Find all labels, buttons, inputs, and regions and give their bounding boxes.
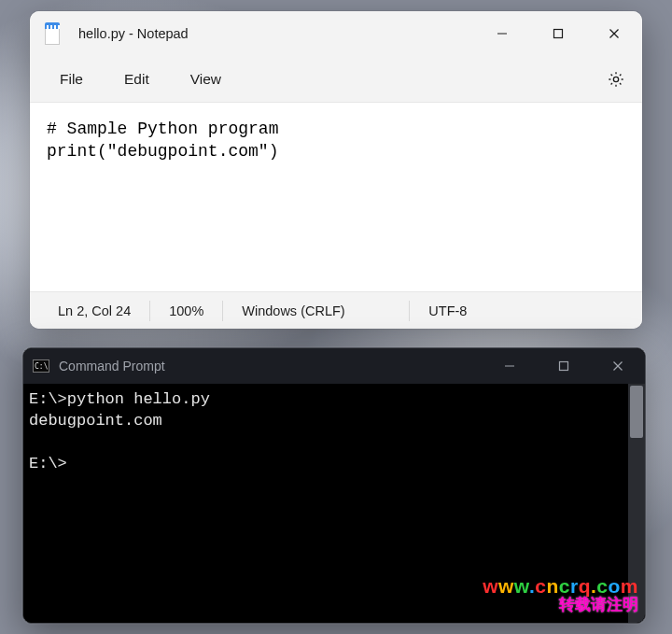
gear-icon bbox=[607, 70, 625, 89]
command-prompt-app-icon: C:\ bbox=[33, 359, 49, 373]
notepad-window: hello.py - Notepad File Edit View # Samp… bbox=[30, 11, 642, 329]
menu-file[interactable]: File bbox=[39, 65, 104, 93]
window-controls bbox=[483, 348, 645, 384]
status-position: Ln 2, Col 24 bbox=[30, 301, 150, 321]
menu-view[interactable]: View bbox=[170, 65, 242, 93]
command-prompt-output[interactable]: E:\>python hello.py debugpoint.com E:\> bbox=[23, 384, 645, 623]
command-prompt-scrollbar[interactable] bbox=[628, 384, 645, 624]
notepad-editor[interactable]: # Sample Python program print("debugpoin… bbox=[30, 103, 642, 291]
svg-point-4 bbox=[613, 77, 618, 81]
window-controls bbox=[474, 11, 642, 56]
minimize-button[interactable] bbox=[483, 348, 537, 384]
minimize-icon bbox=[497, 28, 508, 39]
maximize-button[interactable] bbox=[530, 11, 586, 56]
minimize-button[interactable] bbox=[474, 11, 530, 56]
close-button[interactable] bbox=[591, 348, 645, 384]
scrollbar-thumb[interactable] bbox=[630, 386, 643, 438]
notepad-app-icon bbox=[43, 22, 62, 45]
settings-button[interactable] bbox=[597, 61, 635, 98]
notepad-statusbar: Ln 2, Col 24 100% Windows (CRLF) UTF-8 bbox=[30, 291, 642, 329]
status-encoding: UTF-8 bbox=[410, 301, 642, 321]
notepad-title: hello.py - Notepad bbox=[78, 26, 189, 41]
command-prompt-titlebar[interactable]: C:\ Command Prompt bbox=[23, 348, 645, 384]
status-line-ending: Windows (CRLF) bbox=[223, 301, 410, 321]
close-icon bbox=[612, 360, 623, 372]
minimize-icon bbox=[504, 360, 515, 372]
maximize-icon bbox=[553, 28, 564, 39]
maximize-button[interactable] bbox=[537, 348, 591, 384]
svg-rect-6 bbox=[560, 362, 568, 371]
notepad-titlebar[interactable]: hello.py - Notepad bbox=[30, 11, 642, 56]
svg-rect-1 bbox=[554, 30, 563, 38]
command-prompt-window: C:\ Command Prompt E:\>python hello.py d… bbox=[22, 347, 646, 624]
maximize-icon bbox=[558, 360, 569, 372]
close-button[interactable] bbox=[586, 11, 642, 56]
status-zoom[interactable]: 100% bbox=[150, 301, 223, 321]
command-prompt-title: Command Prompt bbox=[59, 359, 165, 373]
close-icon bbox=[609, 28, 620, 39]
notepad-menubar: File Edit View bbox=[30, 56, 642, 103]
menu-edit[interactable]: Edit bbox=[104, 65, 170, 93]
